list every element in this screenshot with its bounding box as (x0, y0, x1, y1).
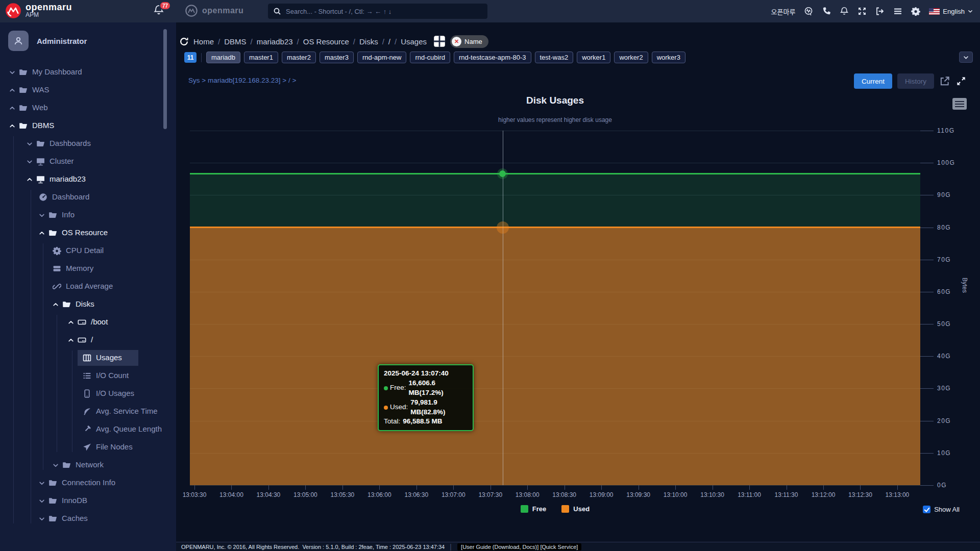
chevron-up-icon[interactable] (27, 177, 33, 183)
language-selector[interactable]: English (929, 8, 973, 15)
legend-item-used[interactable]: Used (561, 505, 590, 513)
sidebar-item-file-nodes[interactable]: File Nodes (0, 438, 176, 456)
app-brand[interactable]: openmaru APM (5, 3, 72, 19)
history-button[interactable]: History (897, 73, 934, 89)
y-tick-label: 90G (937, 191, 951, 198)
chevron-down-icon[interactable] (39, 212, 45, 218)
logout-icon[interactable] (875, 7, 885, 16)
fullscreen-icon[interactable] (955, 76, 967, 87)
y-tick-label: 40G (937, 353, 951, 360)
sidebar-item-memory[interactable]: Memory (0, 260, 176, 278)
activity-icon[interactable] (804, 7, 813, 16)
sidebar-item-i-o-usages[interactable]: I/O Usages (0, 385, 176, 403)
chevron-up-icon[interactable] (68, 337, 74, 343)
sidebar-item-was[interactable]: WAS (0, 81, 176, 99)
sidebar-item-mariadb23[interactable]: mariadb23 (0, 170, 176, 188)
sidebar-item-dashboards[interactable]: Dashboards (0, 135, 176, 153)
sidebar-item-load-average[interactable]: Load Average (0, 278, 176, 295)
notifications-bell[interactable]: 77 (153, 5, 166, 18)
disk-usage-chart[interactable]: 2025-06-24 13:07:40 Free: 16,606.6 MB(17… (190, 131, 920, 485)
sidebar-item-os-resource[interactable]: OS Resource (0, 224, 176, 242)
x-tick (787, 485, 787, 490)
sidebar-item-innodb[interactable]: InnoDB (0, 492, 176, 510)
server-tag-rnd-testcase-apm-80-3[interactable]: rnd-testcase-apm-80-3 (454, 52, 531, 63)
chevron-up-icon[interactable] (9, 123, 15, 129)
sidebar-item-usages[interactable]: Usages (0, 349, 176, 367)
chevron-up-icon[interactable] (68, 319, 74, 325)
grid-view-icon[interactable] (433, 35, 446, 47)
chevron-up-icon[interactable] (9, 87, 15, 93)
bell-icon[interactable] (840, 7, 849, 16)
sidebar-item-info[interactable]: Info (0, 206, 176, 224)
tags-dropdown-button[interactable] (959, 52, 973, 63)
sidebar-item-network[interactable]: Network (0, 456, 176, 474)
sidebar-item-[interactable]: / (0, 331, 176, 349)
sidebar-scrollbar[interactable] (163, 29, 167, 129)
legend-swatch (561, 505, 569, 513)
breadcrumb-item[interactable]: / (388, 37, 390, 46)
show-all-checkbox[interactable] (923, 506, 930, 513)
server-tag-rnd-apm-new[interactable]: rnd-apm-new (357, 52, 407, 63)
sidebar-item-disks[interactable]: Disks (0, 295, 176, 313)
server-tag-master1[interactable]: master1 (244, 52, 278, 63)
server-tag-worker2[interactable]: worker2 (614, 52, 648, 63)
phone-icon[interactable] (822, 7, 831, 16)
server-tag-master3[interactable]: master3 (320, 52, 354, 63)
breadcrumb-item[interactable]: OS Resource (303, 37, 349, 46)
server-tag-test-was2[interactable]: test-was2 (535, 52, 574, 63)
breadcrumb-item[interactable]: DBMS (224, 37, 246, 46)
x-tick-label: 13:03:30 (183, 491, 207, 498)
sidebar-item-connection-info[interactable]: Connection Info (0, 474, 176, 492)
footer-links[interactable]: [User Guide (Download, Docs)] [Quick Ser… (457, 543, 581, 550)
chart-menu-button[interactable] (952, 98, 967, 110)
remove-filter-icon[interactable]: ✕ (452, 37, 461, 46)
gear-icon[interactable] (911, 7, 920, 16)
sidebar-item-cpu-detail[interactable]: CPU Detail (0, 242, 176, 260)
sidebar-item-avg-service-time[interactable]: Avg. Service Time (0, 403, 176, 420)
chevron-up-icon[interactable] (9, 105, 15, 111)
chevron-down-icon[interactable] (27, 141, 33, 147)
sidebar-item-i-o-count[interactable]: I/O Count (0, 367, 176, 385)
sidebar-item-caches[interactable]: Caches (0, 510, 176, 528)
server-tag-rnd-cubird[interactable]: rnd-cubird (410, 52, 450, 63)
sidebar-item-avg-queue-length[interactable]: Avg. Queue Length (0, 420, 176, 438)
breadcrumb-item[interactable]: Home (193, 37, 214, 46)
sidebar-item-cluster[interactable]: Cluster (0, 153, 176, 170)
breadcrumb-item[interactable]: Disks (359, 37, 378, 46)
sidebar-item-label: I/O Usages (96, 389, 134, 398)
sidebar-item-dashboard[interactable]: Dashboard (0, 188, 176, 206)
sidebar-item-my-dashboard[interactable]: My Dashboard (0, 63, 176, 81)
show-all-toggle[interactable]: Show All (923, 506, 960, 513)
sidebar-item-boot[interactable]: /boot (0, 313, 176, 331)
chevron-down-icon[interactable] (39, 516, 45, 522)
server-tag-mariadb[interactable]: mariadb (206, 52, 240, 63)
x-tick-label: 13:06:00 (368, 491, 391, 498)
chevron-up-icon[interactable] (53, 302, 59, 308)
legend-item-free[interactable]: Free (521, 505, 546, 513)
chevron-down-icon[interactable] (39, 480, 45, 486)
free-area-series (190, 173, 920, 227)
open-external-icon[interactable] (939, 76, 950, 87)
chevron-down-icon (968, 9, 973, 14)
server-tag-master2[interactable]: master2 (282, 52, 316, 63)
sidebar-item-web[interactable]: Web (0, 99, 176, 117)
refresh-icon[interactable] (179, 37, 189, 46)
menu-icon[interactable] (893, 7, 902, 16)
x-tick-label: 13:08:30 (552, 491, 576, 498)
user-name-label[interactable]: 오픈마루 (771, 7, 796, 16)
user-profile[interactable]: Administrator (0, 22, 176, 56)
search-input[interactable] (268, 4, 487, 19)
sidebar-item-dbms[interactable]: DBMS (0, 117, 176, 135)
chevron-down-icon[interactable] (9, 69, 15, 76)
server-tag-worker1[interactable]: worker1 (577, 52, 610, 63)
expand-icon[interactable] (857, 7, 867, 16)
breadcrumb-item[interactable]: Usages (401, 37, 427, 46)
server-tag-worker3[interactable]: worker3 (652, 52, 685, 63)
breadcrumb-item[interactable]: mariadb23 (257, 37, 293, 46)
current-button[interactable]: Current (854, 73, 892, 89)
chevron-down-icon[interactable] (39, 498, 45, 504)
name-filter-chip[interactable]: ✕ Name (450, 35, 488, 48)
chevron-up-icon[interactable] (39, 230, 45, 236)
chevron-down-icon[interactable] (27, 159, 33, 165)
chevron-down-icon[interactable] (53, 462, 59, 468)
